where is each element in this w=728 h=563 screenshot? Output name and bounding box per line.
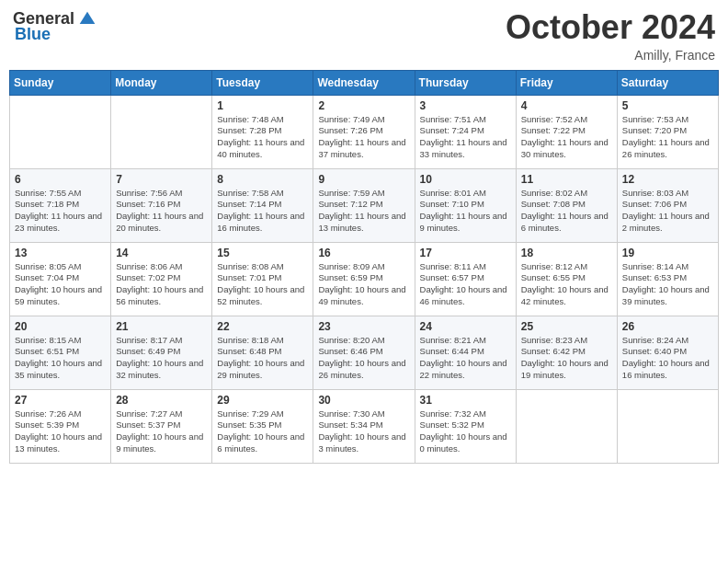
day-number: 8	[217, 173, 308, 186]
calendar-week-row: 20Sunrise: 8:15 AM Sunset: 6:51 PM Dayli…	[10, 316, 719, 389]
day-number: 30	[318, 394, 409, 407]
weekday-header-sunday: Sunday	[10, 70, 111, 95]
logo-blue-text: Blue	[15, 25, 51, 44]
day-info: Sunrise: 7:30 AM Sunset: 5:34 PM Dayligh…	[318, 408, 409, 455]
day-info: Sunrise: 7:56 AM Sunset: 7:16 PM Dayligh…	[116, 188, 207, 235]
calendar-cell: 8Sunrise: 7:58 AM Sunset: 7:14 PM Daylig…	[212, 168, 313, 242]
day-number: 31	[420, 394, 511, 407]
calendar-cell: 25Sunrise: 8:23 AM Sunset: 6:42 PM Dayli…	[516, 316, 617, 389]
day-info: Sunrise: 7:58 AM Sunset: 7:14 PM Dayligh…	[217, 188, 308, 235]
day-info: Sunrise: 8:15 AM Sunset: 6:51 PM Dayligh…	[15, 335, 106, 382]
calendar-cell: 31Sunrise: 7:32 AM Sunset: 5:32 PM Dayli…	[415, 389, 516, 463]
calendar-week-row: 13Sunrise: 8:05 AM Sunset: 7:04 PM Dayli…	[10, 242, 719, 316]
day-number: 3	[420, 99, 511, 112]
day-info: Sunrise: 8:09 AM Sunset: 6:59 PM Dayligh…	[318, 261, 409, 308]
calendar-cell: 3Sunrise: 7:51 AM Sunset: 7:24 PM Daylig…	[415, 95, 516, 168]
weekday-header-monday: Monday	[111, 70, 212, 95]
calendar-cell: 26Sunrise: 8:24 AM Sunset: 6:40 PM Dayli…	[617, 316, 718, 389]
day-number: 7	[116, 173, 207, 186]
calendar-cell: 4Sunrise: 7:52 AM Sunset: 7:22 PM Daylig…	[516, 95, 617, 168]
calendar-week-row: 1Sunrise: 7:48 AM Sunset: 7:28 PM Daylig…	[10, 95, 719, 168]
calendar-cell: 15Sunrise: 8:08 AM Sunset: 7:01 PM Dayli…	[212, 242, 313, 316]
calendar-table: SundayMondayTuesdayWednesdayThursdayFrid…	[9, 70, 719, 464]
calendar-cell: 17Sunrise: 8:11 AM Sunset: 6:57 PM Dayli…	[415, 242, 516, 316]
calendar-week-row: 6Sunrise: 7:55 AM Sunset: 7:18 PM Daylig…	[10, 168, 719, 242]
calendar-cell: 7Sunrise: 7:56 AM Sunset: 7:16 PM Daylig…	[111, 168, 212, 242]
calendar-cell: 18Sunrise: 8:12 AM Sunset: 6:55 PM Dayli…	[516, 242, 617, 316]
calendar-cell: 16Sunrise: 8:09 AM Sunset: 6:59 PM Dayli…	[313, 242, 415, 316]
calendar-cell: 20Sunrise: 8:15 AM Sunset: 6:51 PM Dayli…	[10, 316, 111, 389]
day-number: 9	[318, 173, 409, 186]
calendar-cell: 6Sunrise: 7:55 AM Sunset: 7:18 PM Daylig…	[10, 168, 111, 242]
day-info: Sunrise: 7:53 AM Sunset: 7:20 PM Dayligh…	[622, 114, 713, 161]
weekday-header-wednesday: Wednesday	[313, 70, 415, 95]
calendar-cell	[10, 95, 111, 168]
calendar-cell: 24Sunrise: 8:21 AM Sunset: 6:44 PM Dayli…	[415, 316, 516, 389]
day-number: 19	[622, 247, 713, 259]
logo: General Blue	[13, 9, 97, 44]
day-number: 29	[217, 394, 308, 407]
calendar-cell: 27Sunrise: 7:26 AM Sunset: 5:39 PM Dayli…	[10, 389, 111, 463]
day-number: 24	[420, 320, 511, 333]
day-number: 23	[318, 320, 409, 333]
calendar-cell: 19Sunrise: 8:14 AM Sunset: 6:53 PM Dayli…	[617, 242, 718, 316]
calendar-cell: 21Sunrise: 8:17 AM Sunset: 6:49 PM Dayli…	[111, 316, 212, 389]
day-info: Sunrise: 8:01 AM Sunset: 7:10 PM Dayligh…	[420, 188, 511, 235]
day-info: Sunrise: 7:48 AM Sunset: 7:28 PM Dayligh…	[217, 114, 308, 161]
logo-icon	[78, 10, 97, 29]
calendar-cell: 2Sunrise: 7:49 AM Sunset: 7:26 PM Daylig…	[313, 95, 415, 168]
day-info: Sunrise: 8:05 AM Sunset: 7:04 PM Dayligh…	[15, 261, 106, 308]
svg-marker-0	[80, 11, 96, 23]
day-number: 21	[116, 320, 207, 333]
day-number: 5	[622, 99, 713, 112]
calendar-cell: 14Sunrise: 8:06 AM Sunset: 7:02 PM Dayli…	[111, 242, 212, 316]
day-number: 20	[15, 320, 106, 333]
day-number: 26	[622, 320, 713, 333]
day-number: 13	[15, 247, 106, 259]
month-title: October 2024	[506, 9, 715, 46]
calendar-week-row: 27Sunrise: 7:26 AM Sunset: 5:39 PM Dayli…	[10, 389, 719, 463]
day-info: Sunrise: 7:51 AM Sunset: 7:24 PM Dayligh…	[420, 114, 511, 161]
weekday-header-row: SundayMondayTuesdayWednesdayThursdayFrid…	[10, 70, 719, 95]
day-info: Sunrise: 8:02 AM Sunset: 7:08 PM Dayligh…	[521, 188, 612, 235]
calendar-cell: 23Sunrise: 8:20 AM Sunset: 6:46 PM Dayli…	[313, 316, 415, 389]
day-number: 10	[420, 173, 511, 186]
day-info: Sunrise: 7:55 AM Sunset: 7:18 PM Dayligh…	[15, 188, 106, 235]
day-info: Sunrise: 7:52 AM Sunset: 7:22 PM Dayligh…	[521, 114, 612, 161]
calendar-cell: 5Sunrise: 7:53 AM Sunset: 7:20 PM Daylig…	[617, 95, 718, 168]
calendar-cell: 29Sunrise: 7:29 AM Sunset: 5:35 PM Dayli…	[212, 389, 313, 463]
day-info: Sunrise: 7:59 AM Sunset: 7:12 PM Dayligh…	[318, 188, 409, 235]
day-info: Sunrise: 8:12 AM Sunset: 6:55 PM Dayligh…	[521, 261, 612, 308]
day-info: Sunrise: 8:21 AM Sunset: 6:44 PM Dayligh…	[420, 335, 511, 382]
calendar-cell: 12Sunrise: 8:03 AM Sunset: 7:06 PM Dayli…	[617, 168, 718, 242]
calendar-cell: 22Sunrise: 8:18 AM Sunset: 6:48 PM Dayli…	[212, 316, 313, 389]
weekday-header-thursday: Thursday	[415, 70, 516, 95]
calendar-cell: 30Sunrise: 7:30 AM Sunset: 5:34 PM Dayli…	[313, 389, 415, 463]
day-info: Sunrise: 8:17 AM Sunset: 6:49 PM Dayligh…	[116, 335, 207, 382]
title-section: October 2024 Amilly, France	[506, 9, 715, 63]
day-number: 14	[116, 247, 207, 259]
day-info: Sunrise: 8:14 AM Sunset: 6:53 PM Dayligh…	[622, 261, 713, 308]
day-number: 15	[217, 247, 308, 259]
day-number: 18	[521, 247, 612, 259]
day-number: 25	[521, 320, 612, 333]
day-info: Sunrise: 8:18 AM Sunset: 6:48 PM Dayligh…	[217, 335, 308, 382]
day-number: 6	[15, 173, 106, 186]
day-info: Sunrise: 7:27 AM Sunset: 5:37 PM Dayligh…	[116, 408, 207, 455]
calendar-cell: 10Sunrise: 8:01 AM Sunset: 7:10 PM Dayli…	[415, 168, 516, 242]
day-info: Sunrise: 7:49 AM Sunset: 7:26 PM Dayligh…	[318, 114, 409, 161]
calendar-cell	[617, 389, 718, 463]
calendar-cell: 28Sunrise: 7:27 AM Sunset: 5:37 PM Dayli…	[111, 389, 212, 463]
day-info: Sunrise: 8:20 AM Sunset: 6:46 PM Dayligh…	[318, 335, 409, 382]
calendar-cell	[111, 95, 212, 168]
page-header: General Blue October 2024 Amilly, France	[9, 9, 719, 63]
day-number: 1	[217, 99, 308, 112]
day-info: Sunrise: 8:06 AM Sunset: 7:02 PM Dayligh…	[116, 261, 207, 308]
day-number: 17	[420, 247, 511, 259]
calendar-cell	[516, 389, 617, 463]
weekday-header-friday: Friday	[516, 70, 617, 95]
day-info: Sunrise: 8:23 AM Sunset: 6:42 PM Dayligh…	[521, 335, 612, 382]
day-number: 16	[318, 247, 409, 259]
day-number: 27	[15, 394, 106, 407]
day-number: 11	[521, 173, 612, 186]
